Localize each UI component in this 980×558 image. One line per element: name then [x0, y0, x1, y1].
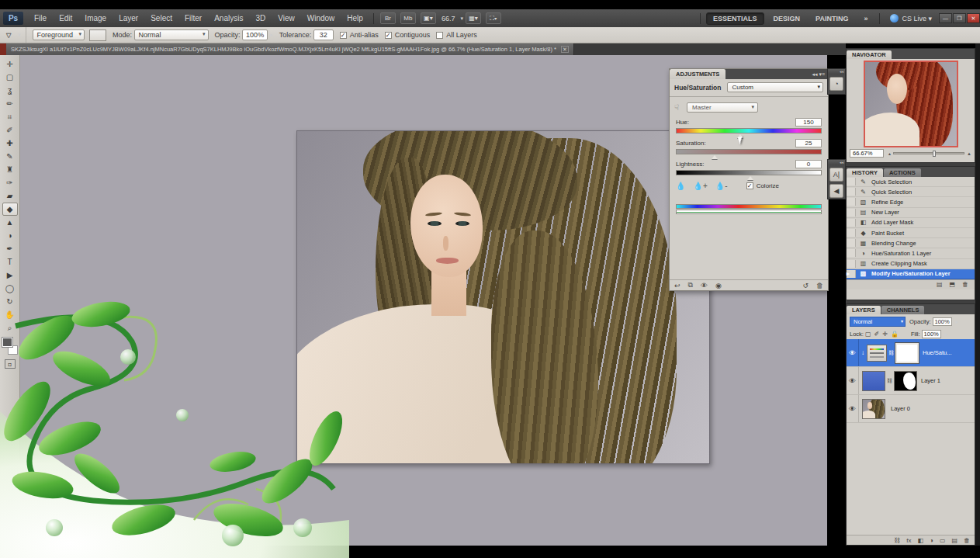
dodge-tool[interactable]: ◑ — [2, 229, 18, 242]
layer-row-layer1[interactable]: 👁 ⛓ Layer 1 — [847, 367, 975, 395]
quick-selection-tool[interactable]: ✏ — [2, 97, 18, 110]
crop-tool[interactable]: ⌗ — [2, 110, 18, 123]
eyedropper-subtract-icon[interactable]: 💧- — [715, 182, 728, 190]
layer-thumbnail[interactable] — [862, 399, 885, 419]
tolerance-field[interactable]: 32 — [313, 29, 334, 40]
saturation-slider[interactable] — [676, 149, 822, 154]
collapse-arrows-icon[interactable]: ◂◂ — [828, 160, 845, 165]
new-group-icon[interactable]: ▭ — [940, 537, 946, 544]
mode-select[interactable]: Normal — [134, 29, 209, 40]
opacity-field[interactable]: 100% — [242, 29, 268, 40]
history-source-checkbox[interactable] — [847, 260, 856, 268]
color-swatches[interactable] — [2, 338, 18, 355]
workspace-overflow[interactable]: » — [857, 13, 874, 24]
arrange-documents-icon[interactable]: ▦▾ — [466, 12, 481, 24]
menu-select[interactable]: Select — [144, 9, 178, 27]
colorize-checkbox[interactable]: ✓ Colorize — [746, 182, 779, 189]
hand-tool[interactable]: ✋ — [2, 308, 18, 321]
lightness-slider-thumb[interactable] — [747, 176, 753, 180]
menu-layer[interactable]: Layer — [113, 9, 144, 27]
workspace-design[interactable]: DESIGN — [767, 13, 807, 24]
navigator-zoom-field[interactable]: 66.67% — [850, 149, 884, 158]
layer-opacity-field[interactable]: 100% — [933, 317, 952, 326]
shape-tool[interactable]: ◯ — [2, 282, 18, 295]
navigator-tab[interactable]: NAVIGATOR — [847, 50, 892, 59]
visibility-eye-icon[interactable]: 👁 — [847, 367, 859, 394]
layer-thumbnail[interactable] — [862, 371, 885, 391]
view-previous-icon[interactable]: ◉ — [715, 282, 722, 289]
opacity-arrow-icon[interactable]: ▸ — [270, 32, 273, 38]
bridge-icon[interactable]: Br — [380, 12, 396, 24]
contiguous-checkbox[interactable]: ✓ Contiguous — [385, 31, 431, 39]
menu-image[interactable]: Image — [78, 9, 113, 27]
lock-all-icon[interactable]: 🔒 — [891, 331, 899, 338]
lock-pixels-icon[interactable]: ✐ — [874, 331, 880, 338]
foreground-color-swatch[interactable] — [2, 338, 12, 347]
paint-bucket-tool[interactable]: ◆ — [2, 203, 18, 216]
history-state[interactable]: ▤New Layer — [847, 208, 975, 218]
type-tool[interactable]: T — [2, 255, 18, 269]
mini-bridge-icon[interactable]: Mb — [400, 12, 416, 24]
history-state[interactable]: ▧Refine Edge — [847, 197, 975, 207]
channel-select[interactable]: Master — [687, 102, 758, 113]
navigator-zoom-slider[interactable] — [893, 152, 964, 154]
menu-filter[interactable]: Filter — [178, 9, 208, 27]
history-source-checkbox[interactable]: ▸ — [847, 270, 856, 278]
restore-button[interactable]: ❐ — [953, 13, 966, 23]
history-state-selected[interactable]: ▸▨Modify Hue/Saturation Layer — [847, 269, 975, 279]
layer-name[interactable]: Layer 0 — [891, 405, 910, 412]
fill-arrow-icon[interactable]: ▸ — [945, 331, 948, 338]
clip-to-layer-icon[interactable]: ⧉ — [688, 281, 693, 289]
lock-transparency-icon[interactable]: ▢ — [865, 331, 871, 338]
menu-window[interactable]: Window — [301, 9, 341, 27]
layer-fill-field[interactable]: 100% — [922, 330, 941, 338]
adjustment-layer-thumbnail[interactable] — [867, 345, 887, 362]
rotate-view-tool[interactable]: ↻ — [2, 295, 18, 308]
menu-view[interactable]: View — [272, 9, 301, 27]
zoom-level-control[interactable]: 66.7 — [442, 15, 455, 23]
actions-tab[interactable]: ACTIONS — [884, 168, 921, 177]
new-adjustment-layer-icon[interactable]: ◑ — [930, 537, 933, 544]
history-state[interactable]: ◧Add Layer Mask — [847, 218, 975, 228]
layer-name[interactable]: Hue/Satu... — [923, 349, 952, 356]
collapse-arrows-icon[interactable]: ◂◂ — [828, 69, 845, 75]
notes-panel-icon[interactable]: ◀ — [829, 184, 843, 198]
pattern-swatch[interactable] — [89, 29, 106, 41]
reset-adjustment-icon[interactable]: ↺ — [802, 282, 809, 289]
eyedropper-tool[interactable]: ✐ — [2, 123, 18, 137]
eyedropper-add-icon[interactable]: 💧+ — [693, 182, 707, 190]
saturation-value-field[interactable]: 25 — [795, 139, 822, 147]
clone-stamp-tool[interactable]: ♜ — [2, 163, 18, 176]
quick-mask-button[interactable]: ◘ — [5, 359, 16, 369]
tool-preset-picker[interactable]: 🜄 ▾ — [0, 27, 26, 43]
layer-row-hue-saturation[interactable]: 👁 ↓ ⛓ Hue/Satu... — [847, 339, 975, 367]
marquee-tool[interactable]: ▢ — [2, 71, 18, 84]
visibility-eye-icon[interactable]: 👁 — [847, 395, 859, 422]
menu-analysis[interactable]: Analysis — [208, 9, 249, 27]
healing-brush-tool[interactable]: ✚ — [2, 137, 18, 150]
history-source-checkbox[interactable] — [847, 229, 856, 237]
lasso-tool[interactable]: ʓ — [2, 84, 18, 97]
character-panel-icon[interactable]: A| — [829, 168, 843, 182]
workspace-essentials[interactable]: ESSENTIALS — [706, 12, 764, 25]
eyedropper-sample-icon[interactable]: 💧 — [676, 182, 685, 190]
history-state[interactable]: ▦Blending Change — [847, 238, 975, 248]
hue-slider[interactable] — [676, 128, 822, 133]
adjustments-tab[interactable]: ADJUSTMENTS — [670, 69, 725, 79]
zoom-in-icon[interactable]: ▲ — [967, 151, 971, 156]
navigator-zoom-knob[interactable] — [933, 151, 936, 157]
screen-mode-icon[interactable]: ⛶▾ — [486, 12, 501, 24]
blur-tool[interactable]: ▲ — [2, 216, 18, 229]
history-source-checkbox[interactable] — [847, 219, 856, 227]
document-image[interactable] — [296, 130, 710, 464]
menu-3d[interactable]: 3D — [249, 9, 272, 27]
history-source-checkbox[interactable] — [847, 239, 856, 247]
delete-state-icon[interactable]: 🗑 — [962, 281, 968, 288]
panel-menu-icon[interactable]: ◂◂ ▾≡ — [812, 69, 828, 79]
workspace-painting[interactable]: PAINTING — [809, 13, 854, 24]
link-layers-icon[interactable]: ⛓ — [894, 537, 900, 544]
opacity-arrow-icon[interactable]: ▸ — [956, 319, 959, 325]
close-button[interactable]: ✕ — [967, 13, 980, 23]
brush-tool[interactable]: ✎ — [2, 150, 18, 163]
history-state[interactable]: ✎Quick Selection — [847, 177, 975, 187]
